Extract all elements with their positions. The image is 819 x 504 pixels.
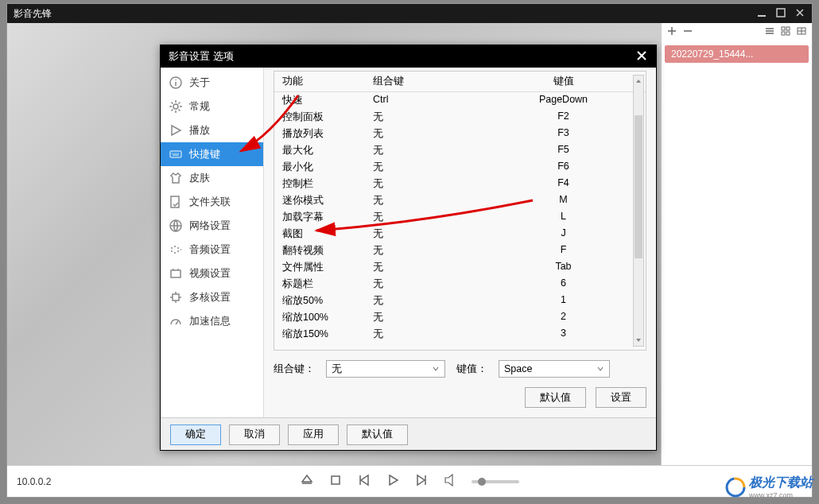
settings-dialog: 影音设置 选项 关于 常规 播放 快捷键 皮肤 文件关联 网络设置 音频设置 视… [160, 45, 657, 451]
main-title-bar: 影音先锋 [7, 4, 812, 23]
key-label: 键值： [456, 362, 487, 376]
svg-rect-3 [786, 27, 790, 30]
table-row[interactable]: 缩放50%无1 [274, 293, 646, 309]
chevron-down-icon [432, 365, 440, 373]
col-function: 功能 [278, 75, 373, 88]
svg-rect-4 [782, 32, 785, 35]
sidebar-item-multicore[interactable]: 多核设置 [161, 285, 263, 309]
remove-icon[interactable] [682, 25, 693, 40]
scrollbar-thumb[interactable] [635, 115, 642, 258]
table-row[interactable]: 翻转视频无F [274, 242, 646, 259]
minimize-icon[interactable] [756, 7, 767, 21]
scroll-up-icon[interactable] [634, 76, 643, 87]
sidebar-item-about[interactable]: 关于 [161, 71, 263, 95]
sidebar-item-association[interactable]: 文件关联 [161, 190, 263, 214]
add-icon[interactable] [666, 25, 677, 40]
dialog-close-icon[interactable] [635, 49, 648, 64]
footer-default-button[interactable]: 默认值 [347, 425, 408, 445]
eject-icon[interactable] [300, 473, 314, 490]
close-icon[interactable] [794, 7, 805, 21]
table-row[interactable]: 最小化无F6 [274, 159, 646, 176]
next-icon[interactable] [414, 473, 429, 490]
svg-point-9 [173, 104, 178, 109]
table-row[interactable]: 快速CtrlPageDown [274, 92, 646, 109]
sidebar-item-accel[interactable]: 加速信息 [161, 309, 263, 333]
list-icon[interactable] [764, 25, 775, 40]
stop-icon[interactable] [328, 473, 343, 490]
sidebar-item-general[interactable]: 常规 [161, 95, 263, 118]
svg-rect-5 [786, 32, 790, 35]
version-label: 10.0.0.2 [7, 476, 150, 487]
app-title: 影音先锋 [14, 7, 756, 21]
svg-rect-10 [170, 151, 181, 157]
inner-default-button[interactable]: 默认值 [525, 387, 586, 408]
tiles-icon[interactable] [796, 25, 807, 40]
chevron-down-icon [596, 365, 604, 373]
play-icon[interactable] [386, 473, 400, 490]
table-row[interactable]: 截图无J [274, 226, 646, 242]
sidebar-item-skin[interactable]: 皮肤 [161, 166, 263, 190]
modifier-label: 组合键： [274, 362, 315, 376]
player-bottom-bar: 10.0.0.2 [7, 465, 812, 497]
col-key: 键值 [484, 75, 642, 88]
svg-rect-13 [171, 270, 180, 277]
sidebar-item-audio[interactable]: 音频设置 [161, 238, 263, 262]
table-row[interactable]: 文件属性无Tab [274, 259, 646, 276]
svg-rect-0 [758, 15, 766, 17]
sidebar-item-network[interactable]: 网络设置 [161, 214, 263, 238]
watermark: 极光下载站 www.xz7.com [725, 475, 813, 499]
table-scrollbar[interactable] [633, 75, 644, 347]
mute-icon[interactable] [443, 473, 457, 490]
svg-rect-14 [173, 294, 179, 300]
sidebar-item-video[interactable]: 视频设置 [161, 262, 263, 285]
ok-button[interactable]: 确定 [170, 425, 221, 445]
table-row[interactable]: 缩放100%无2 [274, 309, 646, 326]
cancel-button[interactable]: 取消 [229, 425, 280, 445]
scroll-down-icon[interactable] [634, 335, 643, 346]
dialog-title: 影音设置 选项 [169, 49, 635, 64]
dialog-title-bar: 影音设置 选项 [161, 45, 656, 68]
inner-set-button[interactable]: 设置 [596, 387, 646, 408]
table-row[interactable]: 最大化无F5 [274, 142, 646, 159]
shortcuts-table: 功能 组合键 键值 快速CtrlPageDown控制面板无F2播放列表无F3最大… [274, 71, 646, 351]
table-row[interactable]: 标题栏无6 [274, 276, 646, 293]
sidebar-item-shortcuts[interactable]: 快捷键 [161, 142, 263, 166]
table-row[interactable]: 迷你模式无M [274, 192, 646, 209]
playlist-item[interactable]: 20220729_15444... [665, 45, 809, 63]
table-row[interactable]: 播放列表无F3 [274, 126, 646, 142]
apply-button[interactable]: 应用 [288, 425, 339, 445]
table-row[interactable]: 控制栏无F4 [274, 176, 646, 192]
settings-sidebar: 关于 常规 播放 快捷键 皮肤 文件关联 网络设置 音频设置 视频设置 多核设置… [161, 68, 264, 417]
prev-icon[interactable] [357, 473, 371, 490]
watermark-logo-icon [725, 477, 746, 498]
key-combo[interactable]: Space [499, 360, 610, 378]
col-modifier: 组合键 [373, 75, 484, 88]
modifier-combo[interactable]: 无 [326, 360, 445, 378]
playlist-panel: 20220729_15444... [661, 23, 812, 465]
maximize-icon[interactable] [775, 7, 786, 21]
table-row[interactable]: 控制面板无F2 [274, 109, 646, 126]
svg-rect-2 [782, 27, 785, 30]
volume-slider[interactable] [472, 480, 519, 483]
table-row[interactable]: 缩放150%无3 [274, 326, 646, 343]
table-row[interactable]: 加载字幕无L [274, 209, 646, 226]
svg-rect-7 [332, 476, 340, 484]
sidebar-item-playback[interactable]: 播放 [161, 118, 263, 142]
svg-rect-1 [777, 9, 785, 17]
grid-icon[interactable] [780, 25, 791, 40]
